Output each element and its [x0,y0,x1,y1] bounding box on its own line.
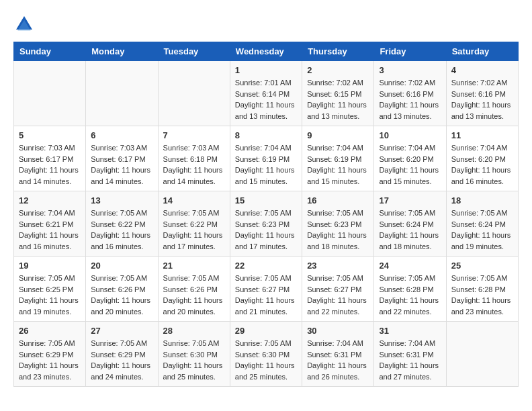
day-number: 15 [235,195,297,205]
day-number: 11 [451,130,513,140]
weekday-header-wednesday: Wednesday [230,42,302,61]
day-info: Sunrise: 7:05 AMSunset: 6:24 PMDaylight:… [451,208,513,252]
calendar-cell: 24Sunrise: 7:05 AMSunset: 6:28 PMDayligh… [374,257,446,322]
day-info: Sunrise: 7:04 AMSunset: 6:19 PMDaylight:… [307,142,369,187]
calendar-cell: 14Sunrise: 7:05 AMSunset: 6:22 PMDayligh… [158,191,230,257]
calendar-cell: 22Sunrise: 7:05 AMSunset: 6:27 PMDayligh… [230,257,302,322]
day-info: Sunrise: 7:05 AMSunset: 6:25 PMDaylight:… [19,273,81,317]
calendar-cell: 31Sunrise: 7:04 AMSunset: 6:31 PMDayligh… [374,322,446,387]
calendar-cell: 10Sunrise: 7:04 AMSunset: 6:20 PMDayligh… [374,126,446,191]
weekday-header-sunday: Sunday [14,42,86,61]
day-number: 13 [91,195,152,205]
day-info: Sunrise: 7:03 AMSunset: 6:17 PMDaylight:… [19,142,81,187]
day-number: 8 [235,130,297,140]
day-number: 17 [379,195,441,205]
calendar-cell: 8Sunrise: 7:04 AMSunset: 6:19 PMDaylight… [230,126,302,191]
calendar-cell [158,61,230,126]
calendar-cell: 6Sunrise: 7:03 AMSunset: 6:17 PMDaylight… [86,126,158,191]
calendar-cell: 21Sunrise: 7:05 AMSunset: 6:26 PMDayligh… [158,257,230,322]
day-info: Sunrise: 7:05 AMSunset: 6:24 PMDaylight:… [379,208,441,252]
calendar-cell: 23Sunrise: 7:05 AMSunset: 6:27 PMDayligh… [302,257,374,322]
calendar-week-4: 19Sunrise: 7:05 AMSunset: 6:25 PMDayligh… [14,257,519,322]
calendar-cell: 4Sunrise: 7:02 AMSunset: 6:16 PMDaylight… [446,61,518,126]
calendar-cell [446,322,518,387]
calendar-table: SundayMondayTuesdayWednesdayThursdayFrid… [13,42,519,387]
calendar-cell: 3Sunrise: 7:02 AMSunset: 6:16 PMDaylight… [374,61,446,126]
calendar-week-2: 5Sunrise: 7:03 AMSunset: 6:17 PMDaylight… [14,126,519,191]
calendar-cell: 15Sunrise: 7:05 AMSunset: 6:23 PMDayligh… [230,191,302,257]
day-number: 7 [163,130,225,140]
day-info: Sunrise: 7:05 AMSunset: 6:22 PMDaylight:… [91,208,152,252]
day-number: 12 [19,195,81,205]
day-number: 9 [307,130,369,140]
day-info: Sunrise: 7:04 AMSunset: 6:31 PMDaylight:… [379,338,441,382]
day-info: Sunrise: 7:05 AMSunset: 6:26 PMDaylight:… [91,273,152,317]
day-number: 31 [379,326,441,336]
calendar-cell: 17Sunrise: 7:05 AMSunset: 6:24 PMDayligh… [374,191,446,257]
weekday-header-monday: Monday [86,42,158,61]
calendar-cell: 1Sunrise: 7:01 AMSunset: 6:14 PMDaylight… [230,61,302,126]
day-number: 16 [307,195,369,205]
calendar-cell: 12Sunrise: 7:04 AMSunset: 6:21 PMDayligh… [14,191,86,257]
calendar-cell: 9Sunrise: 7:04 AMSunset: 6:19 PMDaylight… [302,126,374,191]
day-number: 18 [451,195,513,205]
calendar-cell: 16Sunrise: 7:05 AMSunset: 6:23 PMDayligh… [302,191,374,257]
day-info: Sunrise: 7:03 AMSunset: 6:18 PMDaylight:… [163,142,225,187]
logo [13,13,38,35]
weekday-header-friday: Friday [374,42,446,61]
logo-icon [13,13,35,35]
calendar-cell [14,61,86,126]
day-info: Sunrise: 7:05 AMSunset: 6:23 PMDaylight:… [235,208,297,252]
day-info: Sunrise: 7:05 AMSunset: 6:28 PMDaylight:… [451,273,513,317]
day-info: Sunrise: 7:05 AMSunset: 6:27 PMDaylight:… [235,273,297,317]
day-number: 20 [91,261,152,271]
day-info: Sunrise: 7:02 AMSunset: 6:16 PMDaylight:… [379,77,441,122]
day-info: Sunrise: 7:04 AMSunset: 6:20 PMDaylight:… [451,142,513,187]
day-info: Sunrise: 7:05 AMSunset: 6:23 PMDaylight:… [307,208,369,252]
day-number: 29 [235,326,297,336]
day-number: 4 [451,65,513,75]
day-number: 19 [19,261,81,271]
day-info: Sunrise: 7:02 AMSunset: 6:16 PMDaylight:… [451,77,513,122]
day-number: 6 [91,130,152,140]
day-number: 21 [163,261,225,271]
calendar-cell: 11Sunrise: 7:04 AMSunset: 6:20 PMDayligh… [446,126,518,191]
day-info: Sunrise: 7:05 AMSunset: 6:29 PMDaylight:… [19,338,81,382]
weekday-header-saturday: Saturday [446,42,518,61]
day-number: 2 [307,65,369,75]
calendar-cell: 13Sunrise: 7:05 AMSunset: 6:22 PMDayligh… [86,191,158,257]
day-info: Sunrise: 7:04 AMSunset: 6:31 PMDaylight:… [307,338,369,382]
day-info: Sunrise: 7:04 AMSunset: 6:21 PMDaylight:… [19,208,81,252]
day-info: Sunrise: 7:05 AMSunset: 6:28 PMDaylight:… [379,273,441,317]
day-info: Sunrise: 7:03 AMSunset: 6:17 PMDaylight:… [91,142,152,187]
calendar-cell: 30Sunrise: 7:04 AMSunset: 6:31 PMDayligh… [302,322,374,387]
day-info: Sunrise: 7:05 AMSunset: 6:29 PMDaylight:… [91,338,152,382]
day-info: Sunrise: 7:01 AMSunset: 6:14 PMDaylight:… [235,77,297,122]
calendar-header-row: SundayMondayTuesdayWednesdayThursdayFrid… [14,42,519,61]
day-number: 30 [307,326,369,336]
day-number: 24 [379,261,441,271]
calendar-week-1: 1Sunrise: 7:01 AMSunset: 6:14 PMDaylight… [14,61,519,126]
day-number: 5 [19,130,81,140]
calendar-cell: 18Sunrise: 7:05 AMSunset: 6:24 PMDayligh… [446,191,518,257]
day-info: Sunrise: 7:05 AMSunset: 6:27 PMDaylight:… [307,273,369,317]
day-number: 10 [379,130,441,140]
calendar-cell: 29Sunrise: 7:05 AMSunset: 6:30 PMDayligh… [230,322,302,387]
day-info: Sunrise: 7:05 AMSunset: 6:30 PMDaylight:… [163,338,225,382]
day-number: 26 [19,326,81,336]
day-info: Sunrise: 7:05 AMSunset: 6:30 PMDaylight:… [235,338,297,382]
calendar-cell: 26Sunrise: 7:05 AMSunset: 6:29 PMDayligh… [14,322,86,387]
calendar-cell: 25Sunrise: 7:05 AMSunset: 6:28 PMDayligh… [446,257,518,322]
day-info: Sunrise: 7:04 AMSunset: 6:19 PMDaylight:… [235,142,297,187]
calendar-cell: 28Sunrise: 7:05 AMSunset: 6:30 PMDayligh… [158,322,230,387]
day-number: 1 [235,65,297,75]
day-number: 22 [235,261,297,271]
day-number: 25 [451,261,513,271]
calendar-cell: 7Sunrise: 7:03 AMSunset: 6:18 PMDaylight… [158,126,230,191]
calendar-cell: 20Sunrise: 7:05 AMSunset: 6:26 PMDayligh… [86,257,158,322]
day-number: 28 [163,326,225,336]
calendar-week-5: 26Sunrise: 7:05 AMSunset: 6:29 PMDayligh… [14,322,519,387]
weekday-header-thursday: Thursday [302,42,374,61]
calendar-cell: 5Sunrise: 7:03 AMSunset: 6:17 PMDaylight… [14,126,86,191]
day-number: 23 [307,261,369,271]
